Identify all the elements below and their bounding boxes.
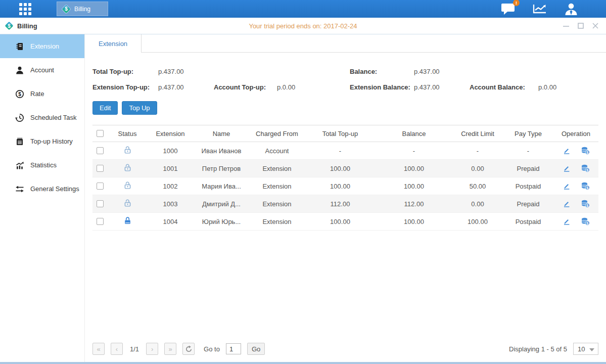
extension-cell: 1000 [147,147,194,155]
lock-open-icon [123,163,132,172]
table-row[interactable]: 1002 Мария Ива... Extension 100.00 100.0… [92,177,598,195]
name-cell: Дмитрий Д... [194,200,249,208]
table-row[interactable]: 1001 Петр Петров Extension 100.00 100.00… [92,160,598,177]
row-checkbox[interactable] [97,183,104,190]
row-checkbox[interactable] [97,200,104,207]
page-size-select[interactable]: 10 [573,343,598,355]
sidebar-item-label: Rate [30,90,44,98]
extension-topup-value: p.437.00 [158,83,214,91]
sidebar-item-statistics[interactable]: Statistics [0,153,84,177]
extension-cell: 1004 [147,218,194,225]
col-extension: Extension [147,130,194,138]
name-cell: Юрий Юрь... [194,218,249,225]
minimize-button[interactable] [563,22,570,29]
sidebar-item-extension[interactable]: Extension [0,34,84,58]
first-page-button[interactable]: « [92,343,105,355]
account-balance-label: Account Balance: [470,83,538,91]
topbar-tab-label: Billing [74,6,90,13]
displaying-info: Displaying 1 - 5 of 5 [509,345,567,353]
edit-button[interactable]: Edit [92,101,118,115]
prev-page-button[interactable]: ‹ [111,343,123,355]
extension-cell: 1003 [147,200,194,208]
go-button[interactable]: Go [247,343,265,355]
lock-open-icon [123,146,132,154]
top-up-button[interactable]: Top Up [122,101,157,115]
notebook-icon [15,137,24,146]
sidebar-item-label: Top-up History [30,138,73,145]
edit-pencil-icon[interactable] [563,147,571,155]
action-buttons: Edit Top Up [85,95,606,115]
last-page-button[interactable]: » [164,343,176,355]
topup-coins-icon[interactable]: $ [581,217,590,225]
credit-limit-cell: 0.00 [452,165,503,172]
page-indicator: 1/1 [129,345,140,353]
pay-type-cell: Postpaid [503,218,553,225]
tab-extension[interactable]: Extension [85,34,142,53]
pagination-bar: « ‹ 1/1 › » Go to Go Displaying 1 - 5 of… [85,343,606,362]
topup-coins-icon[interactable]: $ [581,164,590,172]
topup-coins-icon[interactable]: $ [581,200,590,208]
lock-open-icon [123,199,132,207]
sidebar-item-general-settings[interactable]: General Settings [0,177,84,201]
user-icon[interactable] [564,3,579,15]
status-cell [108,181,147,191]
pay-type-cell: - [503,147,553,155]
account-topup-value: p.0.00 [277,83,295,91]
total-topup-cell: - [305,147,376,155]
window-bottom-edge [0,362,606,364]
charged-from-cell: Account [249,147,305,155]
col-charged-from: Charged From [249,130,305,138]
topbar-tab-billing[interactable]: $ Billing [57,2,108,16]
notification-badge: ! [513,0,520,6]
select-all-checkbox[interactable] [97,130,104,137]
table-row[interactable]: 1000 Иван Иванов Account - - - - $ [92,142,598,160]
col-operation: Operation [553,130,598,138]
sidebar-item-rate[interactable]: $ Rate [0,82,84,106]
sidebar-item-topup-history[interactable]: Top-up History [0,129,84,153]
goto-page-input[interactable] [226,343,241,354]
window-title: Billing [17,22,37,30]
pay-type-cell: Postpaid [503,183,553,190]
total-topup-label: Total Top-up: [92,68,158,75]
col-name: Name [194,130,249,138]
balance-cell: - [376,147,452,155]
table-body: 1000 Иван Иванов Account - - - - $ [92,142,598,231]
sidebar-item-label: Statistics [30,161,57,169]
edit-pencil-icon[interactable] [563,164,571,172]
chevron-down-icon [589,348,594,351]
extension-topup-label: Extension Top-up: [92,83,158,91]
edit-pencil-icon[interactable] [563,200,571,208]
status-cell [108,163,147,173]
main-content: Extension Total Top-up: p.437.00 Extensi… [85,34,606,362]
messages-icon[interactable]: ! [501,3,516,15]
close-button[interactable] [592,22,599,29]
edit-pencil-icon[interactable] [563,182,571,190]
refresh-button[interactable] [182,343,195,355]
row-checkbox[interactable] [97,165,104,172]
topup-coins-icon[interactable]: $ [581,147,590,155]
trial-notice: Your trial period ends on: 2017-02-24 [0,22,606,30]
table-row[interactable]: 1004 Юрий Юрь... Extension 100.00 100.00… [92,213,598,231]
total-topup-value: p.437.00 [158,68,214,75]
pay-type-cell: Prepaid [503,200,553,208]
tab-strip: Extension [85,34,606,53]
sidebar-item-scheduled-task[interactable]: Scheduled Task [0,106,84,129]
billing-diamond-icon: $ [62,5,70,13]
sidebar-item-account[interactable]: Account [0,58,84,82]
operation-cell: $ [553,217,598,225]
maximize-button[interactable] [577,22,584,29]
topup-coins-icon[interactable]: $ [581,182,590,190]
row-checkbox[interactable] [97,147,104,154]
name-cell: Петр Петров [194,165,249,172]
table-row[interactable]: 1003 Дмитрий Д... Extension 112.00 112.0… [92,195,598,213]
edit-pencil-icon[interactable] [563,217,571,225]
statistics-icon[interactable] [532,3,547,15]
row-checkbox[interactable] [97,218,104,225]
next-page-button[interactable]: › [146,343,158,355]
balance-value: p.437.00 [414,68,470,75]
table-header: Status Extension Name Charged From Total… [92,125,598,142]
operation-cell: $ [553,182,598,190]
balance-cell: 112.00 [376,200,452,208]
lock-closed-icon [123,216,132,225]
apps-grid-icon[interactable] [19,3,31,15]
